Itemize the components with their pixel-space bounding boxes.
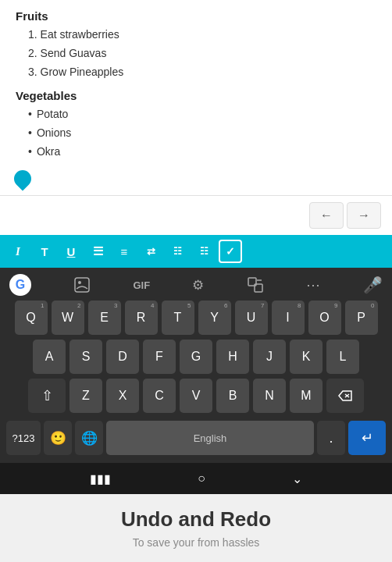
key-b[interactable]: B [216,379,249,413]
key-i[interactable]: I8 [272,301,305,335]
key-p[interactable]: P0 [345,301,378,335]
gif-button[interactable]: GIF [133,279,150,291]
more-options-icon[interactable]: ⋯ [306,276,321,293]
key-w[interactable]: W2 [52,301,84,335]
globe-key[interactable]: 🌐 [75,421,103,455]
content-area: Fruits 1. Eat strawberries 2. Send Guava… [0,0,392,195]
enter-key[interactable]: ↵ [348,421,386,455]
underline-button[interactable]: U [59,240,83,263]
align-left-button[interactable]: ☰ [86,240,109,263]
nav-bar: ▮▮▮ ○ ⌄ [0,463,392,494]
key-d[interactable]: D [106,340,139,374]
cursor-dot [10,166,34,190]
key-row-1: Q1 W2 E3 R4 T5 Y6 U7 I8 O9 P0 [3,301,389,335]
italic-button[interactable]: I [6,240,30,263]
undo-button[interactable]: ← [309,202,344,229]
svg-rect-0 [75,278,89,292]
bold-button[interactable]: T [33,240,56,263]
key-a[interactable]: A [33,340,66,374]
key-g[interactable]: G [180,340,212,374]
formatting-toolbar: I T U ☰ ≡ ⇄ ☷ ☷ ✓ [0,235,392,268]
fruits-title: Fruits [16,9,376,23]
key-l[interactable]: L [326,340,359,374]
period-key[interactable]: . [317,421,345,455]
keys-area: Q1 W2 E3 R4 T5 Y6 U7 I8 O9 P0 A S D F G … [0,299,392,463]
fruit-item-3: 3. Grow Pineapples [28,63,376,82]
veg-item-3: Okra [28,143,376,162]
space-key[interactable]: English [106,421,314,455]
bottom-subtitle: To save your from hassles [133,536,260,549]
key-n[interactable]: N [253,379,286,413]
fruit-item-1: 1. Eat strawberries [28,26,376,44]
key-s[interactable]: S [69,340,102,374]
vegetables-list: Potato Onions Okra [28,105,376,161]
key-j[interactable]: J [253,340,286,374]
microphone-icon[interactable]: 🎤 [363,276,383,294]
key-row-2: A S D F G H J K L [3,340,389,374]
bottom-text: Undo and Redo To save your from hassles [0,494,392,562]
checkmark-button[interactable]: ✓ [219,240,242,263]
key-k[interactable]: K [290,340,323,374]
key-x[interactable]: X [106,379,139,413]
list-ordered-button[interactable]: ☷ [166,240,189,263]
sticker-icon[interactable] [73,276,91,293]
key-z[interactable]: Z [69,379,102,413]
redo-button[interactable]: → [347,202,381,229]
svg-point-1 [78,281,81,284]
key-f[interactable]: F [143,340,176,374]
fruits-list: 1. Eat strawberries 2. Send Guavas 3. Gr… [28,26,376,81]
translate-icon[interactable] [247,276,264,293]
key-u[interactable]: U7 [235,301,268,335]
recent-apps-icon[interactable]: ▮▮▮ [90,471,111,486]
key-q[interactable]: Q1 [15,301,48,335]
key-m[interactable]: M [290,379,323,413]
key-h[interactable]: H [216,340,249,374]
align-center-button[interactable]: ≡ [112,240,136,263]
back-icon[interactable]: ⌄ [292,471,302,486]
home-icon[interactable]: ○ [198,471,205,486]
settings-icon[interactable]: ⚙ [192,277,204,293]
key-c[interactable]: C [143,379,176,413]
delete-key[interactable] [326,379,364,413]
list-unordered-button[interactable]: ☷ [192,240,216,263]
kb-bottom-bar: ?123 🙂 🌐 English . ↵ [3,418,389,460]
num-sym-key[interactable]: ?123 [6,421,41,455]
google-button[interactable]: G [9,274,31,296]
key-v[interactable]: V [180,379,212,413]
veg-item-2: Onions [28,124,376,143]
key-t[interactable]: T5 [162,301,194,335]
align-right-button[interactable]: ⇄ [139,240,162,263]
keyboard-top-row: G GIF ⚙ ⋯ 🎤 [0,268,392,299]
veg-item-1: Potato [28,105,376,124]
keyboard: G GIF ⚙ ⋯ 🎤 Q1 W2 E3 R4 T5 [0,268,392,463]
bottom-title: Undo and Redo [121,507,271,532]
key-y[interactable]: Y6 [198,301,231,335]
key-r[interactable]: R4 [125,301,158,335]
key-o[interactable]: O9 [308,301,341,335]
vegetables-title: Vegetables [16,89,376,102]
shift-key[interactable]: ⇧ [28,379,66,413]
fruit-item-2: 2. Send Guavas [28,44,376,63]
undo-redo-bar: ← → [0,195,392,235]
emoji-key[interactable]: 🙂 [44,421,72,455]
key-e[interactable]: E3 [88,301,121,335]
key-row-3: ⇧ Z X C V B N M [3,379,389,413]
